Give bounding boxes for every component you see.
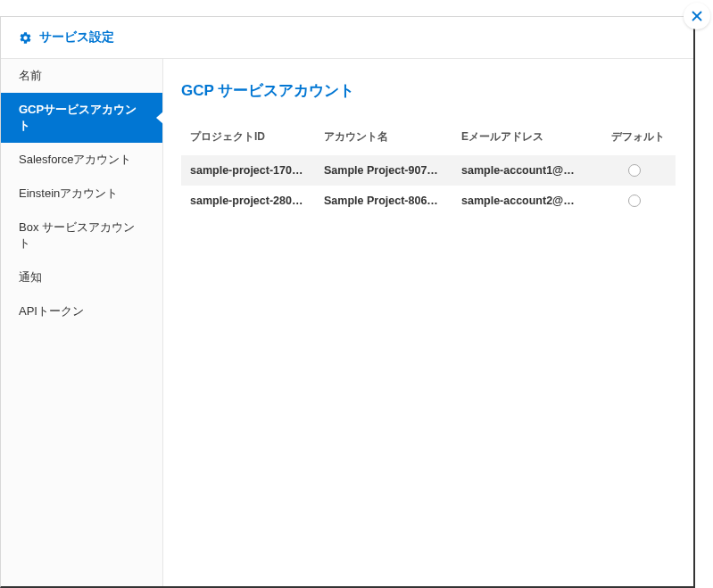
sidebar-item-api-token[interactable]: APIトークン: [1, 294, 162, 328]
table-row[interactable]: sample-project-280… Sample Project-806… …: [181, 186, 676, 216]
close-icon: [689, 8, 705, 24]
sidebar: 名前 GCPサービスアカウント Salesforceアカウント Einstein…: [1, 59, 163, 586]
column-account-name: アカウント名: [324, 129, 461, 145]
gear-icon: [19, 31, 32, 45]
modal-title: サービス設定: [39, 29, 114, 46]
sidebar-item-label: Box サービスアカウント: [19, 220, 135, 250]
cell-default: [609, 164, 667, 177]
modal-header: サービス設定: [1, 17, 693, 59]
sidebar-item-label: 名前: [19, 69, 42, 82]
sidebar-item-label: APIトークン: [19, 304, 84, 318]
cell-account-name: Sample Project-806…: [324, 195, 461, 207]
sidebar-item-notifications[interactable]: 通知: [1, 261, 162, 294]
cell-email: sample-account2@…: [461, 195, 609, 207]
column-project-id: プロジェクトID: [190, 129, 324, 145]
default-radio[interactable]: [628, 164, 641, 177]
sidebar-item-label: Einsteinアカウント: [19, 186, 118, 200]
cell-default: [609, 195, 667, 207]
sidebar-item-label: Salesforceアカウント: [19, 153, 131, 166]
sidebar-item-label: GCPサービスアカウント: [19, 103, 137, 132]
cell-project-id: sample-project-170…: [190, 164, 324, 177]
sidebar-item-salesforce[interactable]: Salesforceアカウント: [1, 143, 162, 177]
table-header: プロジェクトID アカウント名 Eメールアドレス デフォルト: [181, 129, 676, 155]
table-row[interactable]: sample-project-170… Sample Project-907… …: [181, 155, 676, 186]
sidebar-item-gcp[interactable]: GCPサービスアカウント: [1, 93, 162, 143]
sidebar-item-label: 通知: [19, 270, 42, 284]
page-title: GCP サービスアカウント: [181, 80, 676, 101]
accounts-table: プロジェクトID アカウント名 Eメールアドレス デフォルト sample-pr…: [181, 129, 676, 216]
settings-modal: サービス設定 名前 GCPサービスアカウント Salesforceアカウント E…: [0, 16, 695, 588]
table-body: sample-project-170… Sample Project-907… …: [181, 155, 676, 216]
default-radio[interactable]: [628, 195, 641, 207]
column-default: デフォルト: [609, 129, 667, 145]
sidebar-item-name[interactable]: 名前: [1, 59, 162, 93]
main-content: GCP サービスアカウント プロジェクトID アカウント名 Eメールアドレス デ…: [163, 59, 693, 586]
sidebar-item-einstein[interactable]: Einsteinアカウント: [1, 177, 162, 211]
column-email: Eメールアドレス: [461, 129, 609, 145]
cell-account-name: Sample Project-907…: [324, 164, 461, 177]
close-button[interactable]: [684, 3, 710, 29]
cell-email: sample-account1@…: [461, 164, 609, 177]
sidebar-item-box[interactable]: Box サービスアカウント: [1, 211, 162, 261]
cell-project-id: sample-project-280…: [190, 195, 324, 207]
